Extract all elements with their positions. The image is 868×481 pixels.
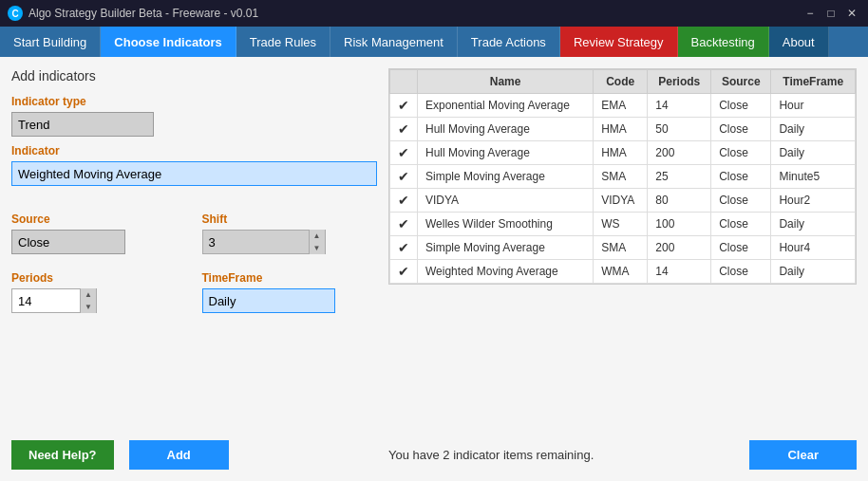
help-button[interactable]: Need Help? (11, 440, 114, 470)
shift-label: Shift (202, 213, 378, 226)
check-cell[interactable]: ✔ (390, 236, 418, 260)
code-cell: WMA (594, 260, 648, 284)
name-cell[interactable]: Welles Wilder Smoothing (418, 213, 594, 236)
app-icon: C (8, 6, 23, 21)
add-button[interactable]: Add (129, 440, 229, 470)
periods-input[interactable] (12, 289, 80, 312)
main-content: Add indicators Indicator type Trend Mome… (0, 57, 868, 481)
col-header-source: Source (711, 70, 771, 94)
tab-start-building[interactable]: Start Building (0, 27, 101, 57)
code-cell: EMA (594, 94, 648, 118)
source-cell: Close (711, 260, 771, 284)
table-row: ✔ Weighted Moving Average WMA 14 Close D… (390, 260, 856, 284)
tab-backtesting[interactable]: Backtesting (678, 27, 769, 57)
table-row: ✔ Hull Moving Average HMA 50 Close Daily (390, 118, 856, 141)
shift-down-button[interactable]: ▼ (310, 242, 325, 254)
shift-col: Shift 3 ▲ ▼ (202, 213, 378, 254)
table-row: ✔ Simple Moving Average SMA 200 Close Ho… (390, 236, 856, 260)
clear-button[interactable]: Clear (749, 440, 857, 470)
indicator-label: Indicator (11, 144, 377, 157)
code-cell: HMA (594, 141, 648, 165)
tab-bar: Start Building Choose Indicators Trade R… (0, 27, 868, 57)
source-shift-row: Source Close Open High Low Shift 3 ▲ ▼ (11, 213, 377, 254)
source-select[interactable]: Close Open High Low (11, 230, 125, 254)
periods-cell: 100 (648, 213, 711, 236)
check-cell[interactable]: ✔ (390, 189, 418, 213)
name-cell[interactable]: Simple Moving Average (418, 165, 594, 189)
name-cell[interactable]: Simple Moving Average (418, 236, 594, 260)
periods-cell: 50 (648, 118, 711, 141)
shift-input-wrapper: 3 ▲ ▼ (202, 230, 326, 254)
indicator-type-select[interactable]: Trend Momentum Volatility Volume (11, 112, 154, 137)
timeframe-cell: Hour (771, 94, 856, 118)
shift-up-button[interactable]: ▲ (310, 230, 325, 242)
timeframe-cell: Hour2 (771, 189, 856, 213)
periods-cell: 80 (648, 189, 711, 213)
periods-cell: 25 (648, 165, 711, 189)
source-cell: Close (711, 118, 771, 141)
source-col: Source Close Open High Low (11, 213, 187, 254)
remaining-text: You have 2 indicator items remaining. (388, 444, 594, 466)
name-cell[interactable]: Hull Moving Average (418, 118, 594, 141)
check-cell[interactable]: ✔ (390, 165, 418, 189)
source-cell: Close (711, 189, 771, 213)
table-header-row: Name Code Periods Source TimeFrame (390, 70, 856, 94)
tab-review-strategy[interactable]: Review Strategy (560, 27, 678, 57)
minimize-button[interactable]: − (802, 5, 819, 22)
check-cell[interactable]: ✔ (390, 213, 418, 236)
source-cell: Close (711, 165, 771, 189)
check-cell[interactable]: ✔ (390, 260, 418, 284)
col-header-periods: Periods (648, 70, 711, 94)
table-row: ✔ Simple Moving Average SMA 25 Close Min… (390, 165, 856, 189)
timeframe-col: TimeFrame Minute1 Minute5 Minute15 Minut… (202, 271, 378, 313)
table-row: ✔ Exponential Moving Average EMA 14 Clos… (390, 94, 856, 118)
check-cell[interactable]: ✔ (390, 141, 418, 165)
tab-trade-rules[interactable]: Trade Rules (236, 27, 330, 57)
tab-trade-actions[interactable]: Trade Actions (458, 27, 560, 57)
title-bar-controls: − □ ✕ (802, 5, 860, 22)
close-button[interactable]: ✕ (843, 5, 860, 22)
table-row: ✔ Welles Wilder Smoothing WS 100 Close D… (390, 213, 856, 236)
source-cell: Close (711, 236, 771, 260)
tab-choose-indicators[interactable]: Choose Indicators (101, 27, 236, 57)
title-bar-title: Algo Strategy Builder Beta - Freeware - … (28, 7, 258, 20)
source-cell: Close (711, 141, 771, 165)
indicator-type-group: Indicator type Trend Momentum Volatility… (11, 95, 377, 137)
source-cell: Close (711, 94, 771, 118)
timeframe-label: TimeFrame (202, 271, 378, 285)
source-label: Source (11, 213, 187, 226)
table-row: ✔ Hull Moving Average HMA 200 Close Dail… (390, 141, 856, 165)
check-cell[interactable]: ✔ (390, 94, 418, 118)
check-cell[interactable]: ✔ (390, 118, 418, 141)
name-cell[interactable]: VIDYA (418, 189, 594, 213)
periods-timeframe-row: Periods ▲ ▼ TimeFrame Minute1 Minute5 Mi… (11, 271, 377, 313)
code-cell: WS (594, 213, 648, 236)
code-cell: HMA (594, 118, 648, 141)
name-cell[interactable]: Exponential Moving Average (418, 94, 594, 118)
code-cell: SMA (594, 236, 648, 260)
periods-up-button[interactable]: ▲ (81, 288, 96, 301)
left-panel: Add indicators Indicator type Trend Mome… (11, 68, 377, 470)
name-cell[interactable]: Weighted Moving Average (418, 260, 594, 284)
col-header-name: Name (418, 70, 594, 94)
table-wrapper: Name Code Periods Source TimeFrame ✔ Exp… (388, 68, 857, 285)
shift-input[interactable]: 3 (203, 231, 309, 253)
table-bottom: You have 2 indicator items remaining. Cl… (388, 440, 857, 470)
periods-label: Periods (11, 271, 187, 285)
shift-spinners: ▲ ▼ (309, 230, 325, 254)
tab-risk-management[interactable]: Risk Management (330, 27, 458, 57)
title-bar: C Algo Strategy Builder Beta - Freeware … (0, 0, 868, 27)
col-header-timeframe: TimeFrame (771, 70, 856, 94)
indicator-select[interactable]: Exponential Moving Average Hull Moving A… (11, 161, 377, 186)
periods-cell: 14 (648, 94, 711, 118)
tab-about[interactable]: About (769, 27, 829, 57)
name-cell[interactable]: Hull Moving Average (418, 141, 594, 165)
periods-down-button[interactable]: ▼ (81, 301, 96, 313)
maximize-button[interactable]: □ (822, 5, 840, 22)
title-bar-left: C Algo Strategy Builder Beta - Freeware … (8, 6, 258, 21)
code-cell: VIDYA (594, 189, 648, 213)
bottom-buttons: Need Help? Add (11, 433, 377, 470)
timeframe-select[interactable]: Minute1 Minute5 Minute15 Minute30 Hour1 … (202, 288, 335, 313)
timeframe-cell: Daily (771, 118, 856, 141)
periods-col: Periods ▲ ▼ (11, 271, 187, 313)
